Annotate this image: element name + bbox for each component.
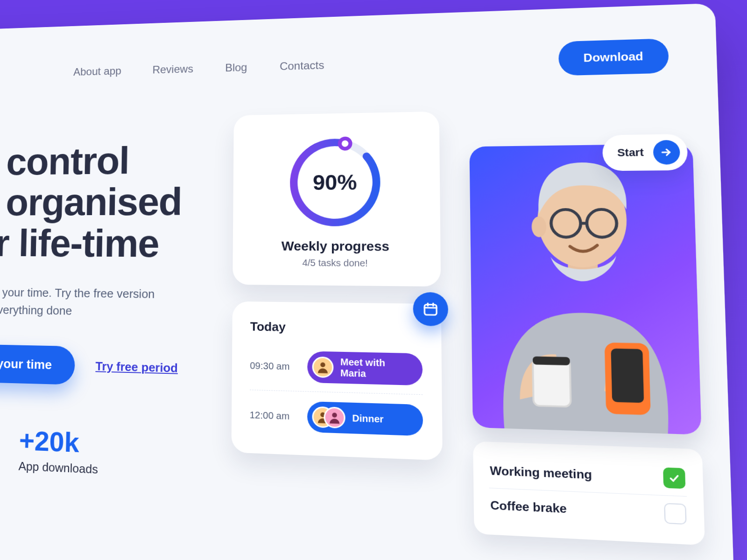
event-row: 09:30 am Meet with Maria — [250, 344, 423, 392]
cta-primary-button[interactable]: Control your time — [0, 343, 75, 385]
try-free-link[interactable]: Try free period — [95, 359, 178, 375]
calendar-button[interactable] — [413, 292, 448, 326]
start-label: Start — [617, 146, 644, 159]
event-label: Dinner — [352, 413, 383, 425]
avatar-group — [312, 406, 345, 429]
start-button[interactable]: Start — [602, 134, 688, 171]
title-line-3: your life-time — [0, 221, 159, 265]
title-line-1: Full control — [0, 139, 129, 183]
svg-rect-3 — [424, 305, 437, 315]
arrow-right-icon — [653, 140, 680, 165]
calendar-icon — [423, 301, 439, 317]
checkbox-checked-icon[interactable] — [663, 467, 685, 489]
nav-link-contacts[interactable]: Contacts — [280, 59, 324, 73]
avatar-icon — [312, 357, 334, 378]
stat-downloads: +20k App downloads — [18, 425, 99, 477]
event-pill-dinner[interactable]: Dinner — [307, 401, 423, 436]
hero-subtitle: App to control your time. Try the free v… — [0, 283, 177, 322]
task-label: Coffee brake — [490, 498, 567, 516]
progress-subtitle: 4/5 tasks done! — [251, 257, 422, 269]
task-label: Working meeting — [490, 464, 592, 482]
person-illustration-icon — [469, 144, 701, 435]
event-time: 09:30 am — [250, 360, 298, 372]
event-label: Meet with Maria — [340, 357, 412, 380]
tasks-card: Working meeting Coffee brake — [473, 441, 705, 546]
avatar-icon — [324, 406, 345, 428]
svg-rect-18 — [533, 357, 570, 365]
progress-ring: 90% — [285, 133, 386, 231]
event-pill-meet-maria[interactable]: Meet with Maria — [307, 351, 423, 385]
svg-point-9 — [332, 413, 337, 418]
stat-downloads-value: +20k — [19, 425, 99, 460]
svg-rect-17 — [533, 359, 571, 407]
nav-link-reviews[interactable]: Reviews — [152, 63, 193, 76]
event-row: 12:00 am Dinner — [249, 390, 423, 442]
checkbox-unchecked-icon[interactable] — [664, 503, 686, 525]
nav-link-blog[interactable]: Blog — [225, 61, 247, 74]
today-card: Today 09:30 am Meet with Maria 12:00 am — [232, 301, 443, 461]
top-nav: About app Reviews Blog Contacts Download — [0, 38, 669, 91]
event-time: 12:00 am — [250, 409, 299, 422]
today-title: Today — [250, 319, 423, 337]
stat-downloads-label: App downloads — [18, 459, 98, 477]
title-line-2: and organised — [0, 180, 182, 224]
nav-link-about[interactable]: About app — [73, 65, 121, 78]
svg-point-7 — [320, 362, 325, 367]
download-button[interactable]: Download — [558, 38, 669, 76]
progress-percent: 90% — [285, 133, 386, 231]
page-title: Full control and organised your life-tim… — [0, 139, 206, 265]
svg-rect-20 — [611, 349, 644, 403]
hero-photo — [469, 144, 701, 435]
weekly-progress-card: 90% Weekly progress 4/5 tasks done! — [233, 112, 441, 287]
